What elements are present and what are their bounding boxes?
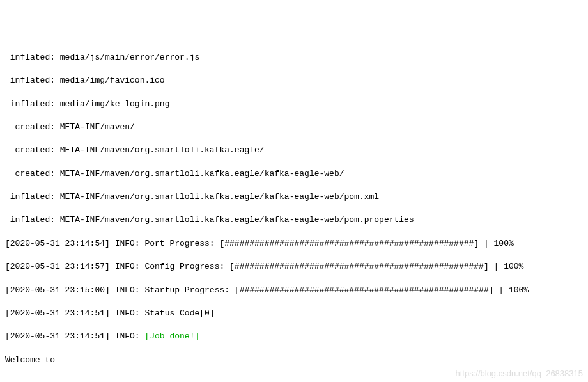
log-line: inflated: media/img/favicon.ico xyxy=(5,75,583,86)
job-done-text: [Job done!] xyxy=(144,331,199,341)
progress-line: [2020-05-31 23:14:54] INFO: Port Progres… xyxy=(5,238,583,250)
job-done-line: [2020-05-31 23:14:51] INFO: [Job done!] xyxy=(5,331,583,342)
log-line: inflated: media/js/main/error/error.js xyxy=(5,52,583,63)
log-line: inflated: META-INF/maven/org.smartloli.k… xyxy=(5,191,583,203)
ascii-art-line: __ __ ___ ____ __ __ ___ ______ ___ ____… xyxy=(5,378,583,382)
log-line: created: META-INF/maven/org.smartloli.ka… xyxy=(5,145,583,156)
progress-line: [2020-05-31 23:14:57] INFO: Config Progr… xyxy=(5,261,583,273)
progress-line: [2020-05-31 23:15:00] INFO: Startup Prog… xyxy=(5,285,583,296)
log-line: created: META-INF/maven/ xyxy=(5,122,583,133)
log-line: inflated: media/img/ke_login.png xyxy=(5,99,583,110)
log-line: created: META-INF/maven/org.smartloli.ka… xyxy=(5,168,583,180)
log-prefix: [2020-05-31 23:14:51] INFO: xyxy=(5,331,144,341)
status-line: [2020-05-31 23:14:51] INFO: Status Code[… xyxy=(5,308,583,319)
log-line: inflated: META-INF/maven/org.smartloli.k… xyxy=(5,214,583,226)
welcome-text: Welcome to xyxy=(5,354,583,366)
